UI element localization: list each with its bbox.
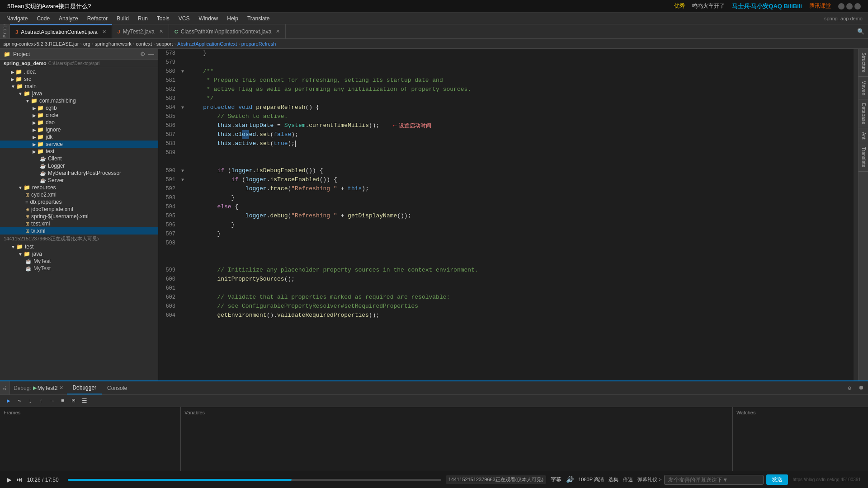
speed-label[interactable]: 倍速 — [623, 476, 633, 483]
label-src: src — [24, 76, 31, 82]
debug-step-over-btn[interactable]: ↷ — [14, 396, 24, 406]
tree-item-server[interactable]: ☕ Server — [0, 177, 158, 184]
debug-resume-btn[interactable]: ▶ — [4, 396, 14, 406]
debug-record-icon[interactable]: ⏺ — [855, 381, 868, 394]
tree-item-logger[interactable]: ☕ Logger — [0, 162, 158, 169]
label-test-folder: test — [46, 148, 54, 155]
tree-item-jdbcxml[interactable]: ⊞ jdbcTemplate.xml — [0, 206, 158, 213]
menu-item-navigate[interactable]: Navigate — [2, 14, 32, 23]
tree-item-java-test[interactable]: ▼ 📁 java — [0, 250, 158, 258]
tree-item-ignore[interactable]: ▶ 📁 ignore — [0, 126, 158, 133]
send-btn[interactable]: 发送 — [766, 474, 788, 485]
right-tab-database[interactable]: Database — [859, 99, 868, 128]
tree-item-mybeanfactory[interactable]: ☕ MyBeanFactoryPostProcessor — [0, 169, 158, 177]
debug-tab-console[interactable]: Console — [102, 381, 132, 394]
resolution-label[interactable]: 1080P 高清 — [578, 476, 604, 483]
tab-abstract-application-context[interactable]: J AbstractApplicationContext.java ✕ — [10, 24, 112, 38]
debug-step-into-btn[interactable]: ↓ — [25, 396, 35, 406]
tab-close-2[interactable]: ✕ — [159, 28, 163, 34]
code-line-604: getEnvironment().validateRequiredPropert… — [189, 311, 854, 320]
sidebar-toolbar-icon-2[interactable]: — — [148, 51, 154, 57]
debug-evaluate-btn[interactable]: ≡ — [58, 396, 68, 406]
tree-item-test-folder[interactable]: ▶ 📁 test — [0, 148, 158, 155]
danmaku-input[interactable] — [664, 475, 764, 485]
viewer-notice-bar: 14411521512379663正在观看(仅本人可见) — [446, 475, 546, 484]
debug-settings-icon[interactable]: ⚙ — [844, 381, 855, 394]
menu-item-vcs[interactable]: VCS — [174, 14, 194, 23]
breadcrumb-part-4[interactable]: context — [136, 41, 152, 47]
video-progress-bg[interactable] — [68, 479, 441, 481]
menu-item-analyze[interactable]: Analyze — [54, 14, 83, 23]
tree-item-src[interactable]: ▶ 📁 src — [0, 75, 158, 83]
minimize-btn[interactable] — [838, 3, 844, 9]
subtitle-btn[interactable]: 字幕 — [551, 476, 561, 483]
tree-item-testxml[interactable]: ⊞ test.xml — [0, 220, 158, 227]
sidebar-toolbar-icon-1[interactable]: ⚙ — [140, 51, 146, 57]
vertical-scrollbar[interactable] — [854, 49, 858, 380]
volume-icon[interactable]: 🔊 — [566, 476, 574, 483]
tree-item-dao[interactable]: ▶ 📁 dao — [0, 119, 158, 126]
tree-item-txxmll[interactable]: ⊞ tx.xml — [0, 227, 158, 235]
tree-item-java[interactable]: ▼ 📁 java — [0, 90, 158, 97]
tree-item-service[interactable]: ▶ 📁 service — [0, 141, 158, 148]
play-pause-btn[interactable]: ▶ — [7, 475, 12, 484]
label-mytest: MyTest — [33, 258, 51, 264]
breadcrumb-part-5[interactable]: support — [156, 41, 173, 47]
breadcrumb-part-6[interactable]: AbstractApplicationContext — [177, 41, 237, 47]
right-tab-maven[interactable]: Maven — [859, 77, 868, 99]
menu-item-run[interactable]: Run — [133, 14, 152, 23]
menu-item-code[interactable]: Code — [32, 14, 54, 23]
maximize-btn[interactable] — [846, 3, 853, 9]
tree-item-mytest2[interactable]: ☕ MyTest — [0, 265, 158, 272]
tree-item-circle[interactable]: ▶ 📁 circle — [0, 112, 158, 119]
tree-item-cglib[interactable]: ▶ 📁 cglib — [0, 104, 158, 112]
danmaku-礼仪-btn[interactable]: 弹幕礼仪 > — [637, 476, 661, 483]
debug-vars-btn[interactable]: ☰ — [80, 396, 90, 406]
tree-item-test-root[interactable]: ▼ 📁 test — [0, 243, 158, 250]
debug-session-close[interactable]: ✕ — [59, 385, 63, 391]
java-file-icon-mytest: ☕ — [25, 258, 32, 264]
tab-close-3[interactable]: ✕ — [276, 28, 280, 34]
right-tab-translate[interactable]: Translate — [859, 143, 868, 171]
search-icon[interactable]: 🔍 — [854, 24, 868, 38]
debug-tab-debugger[interactable]: Debugger — [67, 381, 102, 394]
tree-item-springxml[interactable]: ⊞ spring-${username}.xml — [0, 213, 158, 220]
tree-item-cycle2xml[interactable]: ⊞ cycle2.xml — [0, 191, 158, 198]
code-line-579 — [189, 58, 854, 67]
tab-close-1[interactable]: ✕ — [102, 29, 106, 35]
menu-item-tools[interactable]: Tools — [152, 14, 174, 23]
code-line-587: this.closed.set(false); — [189, 130, 854, 139]
tree-item-com-mashibing[interactable]: ▼ 📁 com.mashibing — [0, 97, 158, 104]
tree-item-dbprops[interactable]: ≡ db.properties — [0, 198, 158, 206]
tree-item-main[interactable]: ▼ 📁 main — [0, 83, 158, 90]
select-label[interactable]: 选集 — [609, 476, 618, 483]
right-tab-structure[interactable]: Structure — [859, 49, 868, 77]
breadcrumb-part-7[interactable]: prepareRefresh — [241, 41, 276, 47]
menu-item-refactor[interactable]: Refactor — [83, 14, 112, 23]
menu-item-build[interactable]: Build — [112, 14, 133, 23]
breadcrumb-part-2[interactable]: org — [83, 41, 90, 47]
close-btn[interactable] — [854, 3, 861, 9]
tree-item-jdk[interactable]: ▶ 📁 jdk — [0, 133, 158, 141]
debug-step-out-btn[interactable]: ↑ — [36, 396, 46, 406]
tab-classpathxml[interactable]: C ClassPathXmlApplicationContext.java ✕ — [169, 24, 286, 38]
menu-item-translate[interactable]: Translate — [243, 14, 274, 23]
tab-mytest2[interactable]: J MyTest2.java ✕ — [112, 24, 169, 38]
menu-item-window[interactable]: Window — [194, 14, 223, 23]
skip-back-btn[interactable]: ⏭ — [16, 476, 23, 483]
tree-item-mytest[interactable]: ☕ MyTest — [0, 258, 158, 265]
breadcrumb-part-1[interactable]: spring-context-5.2.3.RELEASE.jar — [4, 41, 79, 47]
tree-item-client[interactable]: ☕ Client — [0, 155, 158, 162]
folder-icon-test-root: 📁 — [16, 244, 23, 250]
watches-panel: Watches — [732, 407, 868, 471]
arrow-java-test: ▼ — [18, 252, 23, 257]
debug-frames-btn[interactable]: ⊡ — [69, 396, 79, 406]
right-tab-ant[interactable]: Ant — [859, 128, 868, 144]
code-line-599: // Initialize any placeholder property s… — [189, 266, 854, 275]
debug-run-cursor-btn[interactable]: → — [47, 396, 57, 406]
java-icon: J — [15, 29, 18, 35]
breadcrumb-part-3[interactable]: springframework — [95, 41, 132, 47]
tree-item-resources[interactable]: ▼ 📁 resources — [0, 184, 158, 191]
menu-item-help[interactable]: Help — [222, 14, 243, 23]
tree-item-idea[interactable]: ▶ 📁 .idea — [0, 68, 158, 75]
